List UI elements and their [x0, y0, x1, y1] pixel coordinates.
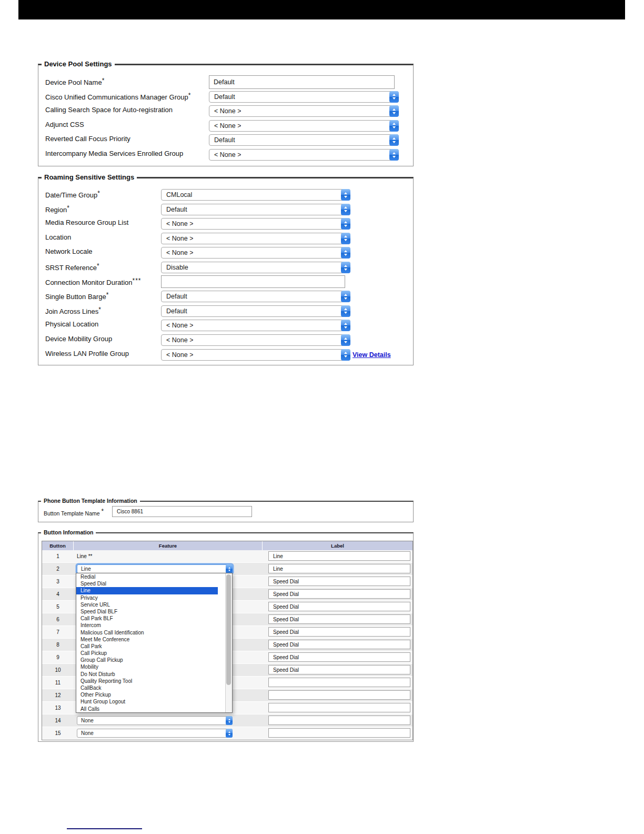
dropdown-select[interactable]: < None > [161, 233, 350, 244]
dropdown-scrollbar[interactable] [225, 573, 232, 712]
button-number-cell: 12 [42, 689, 74, 701]
dropdown-item[interactable]: Speed Dial [76, 580, 218, 587]
truncated-link-underline [67, 828, 142, 829]
dropdown-item[interactable]: Speed Dial BLF [76, 608, 218, 615]
required-asterisk: *** [132, 277, 141, 284]
button-number-cell: 3 [42, 575, 74, 588]
label-input[interactable]: Line [268, 551, 410, 561]
input-value: Default [209, 78, 235, 86]
feature-select[interactable]: None [77, 729, 233, 738]
label-input[interactable] [268, 728, 410, 738]
button-template-name-input[interactable]: Cisco 8861 [112, 506, 252, 517]
dropdown-select[interactable]: < None > [161, 349, 350, 361]
feature-select[interactable]: None [77, 716, 233, 725]
text-input[interactable]: Default [209, 75, 395, 89]
dropdown-item-selected[interactable]: Line [76, 587, 218, 594]
field-label: SRST Reference* [45, 262, 100, 272]
dropdown-item[interactable]: Call Park [76, 643, 218, 650]
label-input[interactable]: Speed Dial [268, 665, 410, 674]
select-stepper-icon [341, 218, 350, 230]
text-input[interactable] [161, 275, 345, 288]
required-asterisk: * [102, 508, 105, 515]
button-number-cell: 11 [42, 677, 74, 689]
input-value: Speed Dial [269, 591, 299, 597]
dropdown-item[interactable]: Group Call Pickup [76, 657, 218, 663]
field-label: Network Locale [45, 247, 93, 255]
select-value: Default [162, 293, 187, 300]
dropdown-select[interactable]: < None > [209, 120, 399, 132]
label-input[interactable]: Speed Dial [268, 614, 410, 624]
dropdown-item[interactable]: All Calls [76, 706, 218, 712]
select-value: Line [77, 566, 91, 572]
view-details-link[interactable]: View Details [353, 351, 391, 359]
button-template-name-label: Button Template Name * [44, 508, 104, 517]
feature-select[interactable]: Line [77, 564, 233, 573]
dropdown-item[interactable]: Redial [76, 573, 218, 580]
label-input[interactable]: Speed Dial [268, 627, 410, 637]
label-input[interactable] [268, 690, 410, 700]
label-input[interactable] [268, 678, 410, 687]
label-input[interactable]: Speed Dial [268, 602, 410, 611]
dropdown-select[interactable]: < None > [161, 334, 350, 346]
button-number-cell: 4 [42, 588, 74, 600]
dropdown-select[interactable]: < None > [209, 105, 399, 117]
select-stepper-icon [341, 262, 350, 273]
select-value: < None > [209, 122, 241, 130]
dropdown-select[interactable]: < None > [209, 149, 399, 161]
select-stepper-icon [341, 334, 350, 346]
dropdown-select[interactable]: < None > [161, 218, 350, 230]
select-stepper-icon [341, 291, 350, 302]
input-value: Speed Dial [269, 642, 299, 648]
required-asterisk: * [98, 306, 102, 313]
label-input[interactable] [268, 716, 410, 725]
label-input[interactable]: Speed Dial [268, 589, 410, 599]
dropdown-item[interactable]: Call Pickup [76, 650, 218, 657]
select-stepper-icon [341, 247, 350, 259]
dropdown-item[interactable]: CallBack [76, 684, 218, 691]
dropdown-select[interactable]: Default [161, 204, 350, 215]
label-input[interactable]: Speed Dial [268, 652, 410, 662]
field-label: Intercompany Media Services Enrolled Gro… [45, 150, 183, 157]
dropdown-item[interactable]: Meet Me Conference [76, 636, 218, 643]
select-stepper-icon [341, 204, 350, 215]
dropdown-select[interactable]: Disable [161, 262, 350, 273]
dropdown-select[interactable]: < None > [161, 320, 350, 331]
label-input[interactable]: Line [268, 564, 410, 573]
dropdown-item[interactable]: Mobility [76, 663, 218, 670]
label-input[interactable]: Speed Dial [268, 577, 410, 586]
label-input[interactable] [268, 703, 410, 712]
select-value: < None > [162, 322, 193, 329]
button-number-cell: 5 [42, 601, 74, 613]
select-stepper-icon [389, 91, 399, 103]
dropdown-item[interactable]: Other Pickup [76, 691, 218, 698]
select-value: < None > [162, 249, 193, 256]
dropdown-item[interactable]: Quality Reporting Tool [76, 678, 218, 684]
dropdown-select[interactable]: Default [209, 134, 399, 146]
dropdown-scrollbar-thumb[interactable] [226, 574, 231, 685]
dropdown-select[interactable]: CMLocal [161, 189, 350, 201]
feature-text: Line ** [77, 550, 92, 562]
dropdown-item[interactable]: Malicious Call Identification [76, 629, 218, 636]
dropdown-select[interactable]: Default [161, 291, 350, 302]
select-stepper-icon [389, 134, 399, 146]
dropdown-item[interactable]: Service URL [76, 601, 218, 608]
dropdown-select[interactable]: Default [209, 91, 399, 103]
select-value: < None > [162, 336, 193, 344]
fieldset-legend: Roaming Sensitive Settings [42, 173, 137, 181]
required-asterisk: * [106, 291, 109, 299]
dropdown-item[interactable]: Privacy [76, 594, 218, 601]
select-stepper-icon [389, 105, 399, 117]
dropdown-item[interactable]: Intercom [76, 622, 218, 629]
dropdown-item[interactable]: Call Park BLF [76, 615, 218, 622]
field-label: Reverted Call Focus Priority [45, 135, 130, 143]
field-label: Device Mobility Group [45, 335, 112, 343]
dropdown-select[interactable]: Default [161, 305, 350, 317]
select-stepper-icon [341, 305, 350, 317]
dropdown-item[interactable]: Hunt Group Logout [76, 698, 218, 705]
table-header-cell: Label [263, 541, 412, 550]
label-input[interactable]: Speed Dial [268, 640, 410, 649]
dropdown-item[interactable]: Do Not Disturb [76, 671, 218, 678]
button-number-cell: 6 [42, 613, 74, 626]
table-row: 1Line **Line [42, 550, 412, 563]
dropdown-select[interactable]: < None > [161, 247, 350, 259]
